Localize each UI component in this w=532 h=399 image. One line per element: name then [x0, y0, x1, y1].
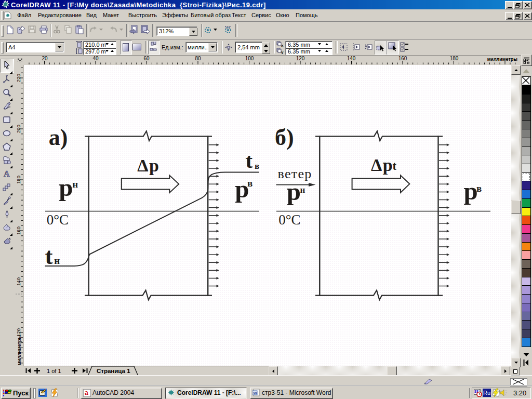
svg-text:t: t	[393, 159, 397, 172]
svg-text:x: x	[281, 43, 284, 47]
svg-text:140: 140	[16, 277, 21, 286]
svg-text:в: в	[476, 183, 482, 194]
svg-text:0°C: 0°C	[278, 212, 300, 228]
svg-text:180: 180	[16, 176, 21, 184]
svg-text:в: в	[255, 161, 259, 171]
svg-text:160: 160	[16, 227, 21, 235]
svg-text:б): б)	[275, 125, 294, 150]
svg-text:Δp: Δp	[371, 155, 393, 175]
svg-text:220: 220	[16, 74, 21, 82]
svg-text:н: н	[72, 179, 78, 190]
svg-text:в: в	[247, 178, 252, 189]
svg-text:р: р	[464, 177, 478, 205]
svg-text:20: 20	[42, 56, 48, 61]
svg-text:60: 60	[143, 56, 150, 61]
svg-text:н: н	[54, 255, 60, 266]
svg-text:200: 200	[16, 125, 21, 133]
svg-text:A: A	[4, 169, 10, 178]
svg-text:80: 80	[195, 56, 201, 61]
svg-text:40: 40	[92, 56, 99, 61]
svg-text:140: 140	[347, 56, 356, 61]
svg-text:миллиметры: миллиметры	[17, 335, 22, 365]
svg-text:0°C: 0°C	[47, 212, 69, 228]
svg-text:н: н	[300, 185, 305, 195]
svg-text:y: y	[281, 50, 284, 54]
svg-text:р: р	[59, 173, 73, 202]
svg-text:t: t	[246, 149, 253, 172]
svg-text:100: 100	[245, 56, 254, 61]
svg-text:120: 120	[296, 56, 305, 61]
svg-text:t: t	[45, 243, 52, 269]
svg-text:W: W	[253, 391, 257, 395]
svg-text:а): а)	[49, 125, 68, 150]
svg-text:160: 160	[398, 56, 407, 61]
svg-text:180: 180	[450, 56, 459, 61]
svg-text:р: р	[287, 177, 301, 206]
svg-text:миллиметры: миллиметры	[487, 57, 518, 62]
svg-text:Δp: Δp	[137, 156, 159, 175]
